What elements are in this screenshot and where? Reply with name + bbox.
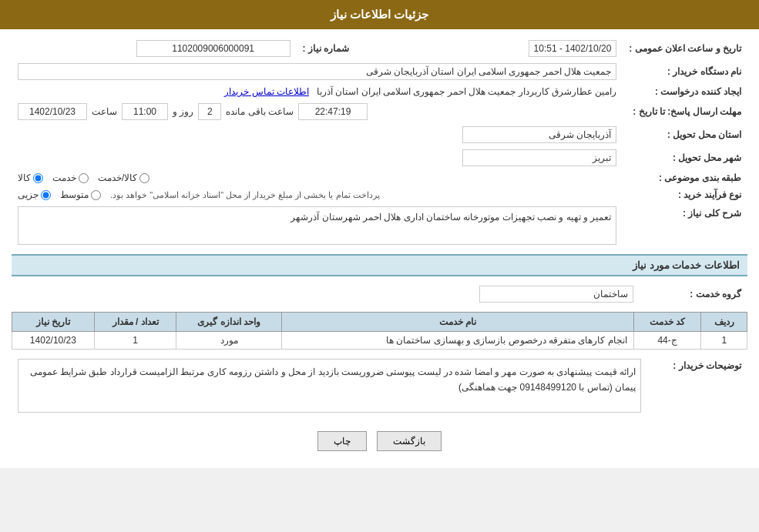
- col-qty: تعداد / مقدار: [94, 313, 176, 332]
- category-khidmat[interactable]: خدمت: [52, 172, 89, 183]
- print-button[interactable]: چاپ: [317, 431, 367, 451]
- col-date: تاریخ نیاز: [12, 313, 95, 332]
- content-area: تاریخ و ساعت اعلان عمومی : 1402/10/20 - …: [0, 29, 759, 468]
- province-value: آذربایجان شرقی: [12, 123, 623, 146]
- buyer-notes-label: توضیحات خریدار :: [647, 356, 747, 416]
- province-label: استان محل تحویل :: [623, 123, 747, 146]
- creator-label: ایجاد کننده درخواست :: [623, 83, 747, 100]
- province-box: آذربایجان شرقی: [462, 126, 616, 143]
- row-creator: ایجاد کننده درخواست : رامین عطارشرق کارب…: [12, 83, 747, 100]
- buyer-notes-box: ارائه قیمت پیشنهادی به صورت مهر و امضا ش…: [18, 359, 641, 413]
- category-radio-kala[interactable]: [33, 173, 43, 183]
- row-process: نوع فرآیند خرید : پرداخت تمام یا بخشی از…: [12, 186, 747, 203]
- category-radio-khidmat[interactable]: [79, 173, 89, 183]
- back-button[interactable]: بازگشت: [377, 431, 442, 451]
- services-table: ردیف کد خدمت نام خدمت واحد اندازه گیری ت…: [12, 312, 747, 350]
- col-row: ردیف: [701, 313, 747, 332]
- category-khidmat-label: خدمت: [52, 172, 76, 183]
- buyer-notes-value: ارائه قیمت پیشنهادی به صورت مهر و امضا ش…: [12, 356, 647, 416]
- services-table-head: ردیف کد خدمت نام خدمت واحد اندازه گیری ت…: [12, 313, 747, 332]
- deadline-unit-days: روز و: [173, 106, 193, 117]
- category-kala-label: کالا: [18, 172, 31, 183]
- category-kala-khidmat-label: کالا/خدمت: [98, 172, 137, 183]
- category-kala[interactable]: کالا: [18, 172, 43, 183]
- service-group-label: گروه خدمت :: [640, 283, 747, 306]
- public-announce-box: 1402/10/20 - 10:51: [529, 40, 617, 57]
- category-label: طبقه بندی موضوعی :: [623, 169, 747, 186]
- page-container: جزئیات اطلاعات نیاز تاریخ و ساعت اعلان ع…: [0, 0, 759, 468]
- buyer-notes-table: توضیحات خریدار : ارائه قیمت پیشنهادی به …: [12, 356, 747, 416]
- category-radio-kala-khidmat[interactable]: [139, 173, 149, 183]
- services-section-title: اطلاعات خدمات مورد نیاز: [12, 254, 747, 276]
- process-mutavasset[interactable]: متوسط: [60, 189, 101, 200]
- cell-unit: مورد: [176, 332, 282, 350]
- deadline-days-value: 2: [198, 103, 221, 120]
- row-category: طبقه بندی موضوعی : کالا/خدمت خدمت: [12, 169, 747, 186]
- page-title: جزئیات اطلاعات نیاز: [331, 8, 428, 21]
- row-service-group: گروه خدمت : ساختمان: [12, 283, 747, 306]
- col-code: کد خدمت: [633, 313, 701, 332]
- services-table-body: 1 ج-44 انجام کارهای متفرقه درخصوص بازساز…: [12, 332, 747, 350]
- row-description: شرح کلی نیاز : تعمیر و تهیه و نصب تجهیزا…: [12, 203, 747, 248]
- niaaz-number-box: 1102009006000091: [136, 40, 291, 57]
- cell-code: ج-44: [633, 332, 701, 350]
- description-value: تعمیر و تهیه و نصب تجهیزات موتورخانه ساخ…: [12, 203, 623, 248]
- cell-name: انجام کارهای متفرقه درخصوص بازسازی و بهس…: [282, 332, 634, 350]
- info-table: تاریخ و ساعت اعلان عمومی : 1402/10/20 - …: [12, 37, 747, 248]
- niaaz-number-label: شماره نیاز :: [297, 37, 405, 60]
- button-group: بازگشت چاپ: [12, 422, 747, 460]
- row-niaaz-number: تاریخ و ساعت اعلان عمومی : 1402/10/20 - …: [12, 37, 747, 60]
- description-label: شرح کلی نیاز :: [623, 203, 747, 248]
- process-radio-jozi[interactable]: [41, 190, 51, 200]
- row-province: استان محل تحویل : آذربایجان شرقی: [12, 123, 747, 146]
- table-row: 1 ج-44 انجام کارهای متفرقه درخصوص بازساز…: [12, 332, 747, 350]
- col-name: نام خدمت: [282, 313, 634, 332]
- process-options: پرداخت تمام یا بخشی از مبلغ خریدار از مح…: [12, 186, 623, 203]
- deadline-date-value: 1402/10/23: [18, 103, 87, 120]
- cell-qty: 1: [94, 332, 176, 350]
- city-box: تبریز: [462, 149, 616, 166]
- deadline-unit-hours: ساعت باقی مانده: [226, 106, 294, 117]
- deadline-time-label: ساعت: [92, 106, 117, 117]
- process-radio-mutavasset[interactable]: [91, 190, 101, 200]
- buyer-org-label: نام دستگاه خریدار :: [623, 60, 747, 83]
- process-jozi-label: جزیی: [18, 189, 39, 200]
- cell-date: 1402/10/23: [12, 332, 95, 350]
- page-header: جزئیات اطلاعات نیاز: [0, 0, 759, 29]
- category-kala-khidmat[interactable]: کالا/خدمت: [98, 172, 149, 183]
- creator-text: رامین عطارشرق کاربردار جمعیت هلال احمر ج…: [317, 86, 616, 97]
- row-buyer-notes: توضیحات خریدار : ارائه قیمت پیشنهادی به …: [12, 356, 747, 416]
- service-group-value: ساختمان: [12, 283, 640, 306]
- row-city: شهر محل تحویل : تبریز: [12, 146, 747, 169]
- deadline-label: مهلت ارسال پاسخ: تا تاریخ :: [623, 100, 747, 123]
- process-mutavasset-label: متوسط: [60, 189, 89, 200]
- city-label: شهر محل تحویل :: [623, 146, 747, 169]
- process-jozi[interactable]: جزیی: [18, 189, 51, 200]
- row-buyer-org: نام دستگاه خریدار : جمعیت هلال احمر جمهو…: [12, 60, 747, 83]
- service-group-table: گروه خدمت : ساختمان: [12, 283, 747, 306]
- creator-link[interactable]: اطلاعات تماس خریدار: [224, 86, 309, 97]
- buyer-org-box: جمعیت هلال احمر جمهوری اسلامی ایران استا…: [18, 63, 616, 80]
- col-unit: واحد اندازه گیری: [176, 313, 282, 332]
- services-header-row: ردیف کد خدمت نام خدمت واحد اندازه گیری ت…: [12, 313, 747, 332]
- deadline-time-value: 11:00: [122, 103, 168, 120]
- category-options: کالا/خدمت خدمت کالا: [12, 169, 623, 186]
- niaaz-number-value: 1102009006000091: [12, 37, 297, 60]
- creator-value: رامین عطارشرق کاربردار جمعیت هلال احمر ج…: [12, 83, 623, 100]
- cell-row: 1: [701, 332, 747, 350]
- description-box: تعمیر و تهیه و نصب تجهیزات موتورخانه ساخ…: [18, 206, 616, 245]
- process-note-text: پرداخت تمام یا بخشی از مبلغ خریدار از مح…: [110, 190, 380, 200]
- buyer-org-value: جمعیت هلال احمر جمهوری اسلامی ایران استا…: [12, 60, 623, 83]
- deadline-remaining-value: 22:47:19: [298, 103, 368, 120]
- public-announce-label: تاریخ و ساعت اعلان عمومی :: [623, 37, 747, 60]
- service-group-box: ساختمان: [479, 286, 633, 303]
- process-label: نوع فرآیند خرید :: [623, 186, 747, 203]
- deadline-row: 22:47:19 ساعت باقی مانده 2 روز و 11:00 س…: [12, 100, 623, 123]
- city-value: تبریز: [12, 146, 623, 169]
- public-announce-value: 1402/10/20 - 10:51: [451, 37, 623, 60]
- row-deadline: مهلت ارسال پاسخ: تا تاریخ : 22:47:19 ساع…: [12, 100, 747, 123]
